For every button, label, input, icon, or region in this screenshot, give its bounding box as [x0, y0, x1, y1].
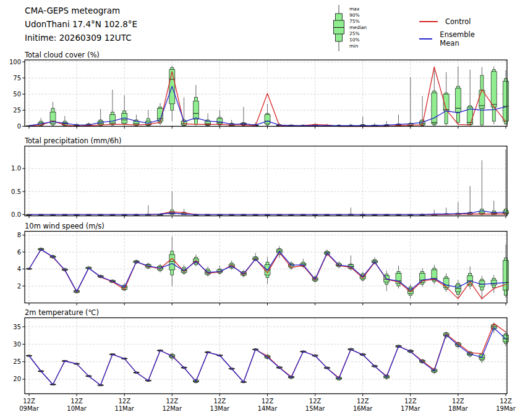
y-tick-label: 35	[13, 324, 21, 330]
y-tick-label: 100	[9, 59, 21, 65]
y-tick-label: 6	[17, 249, 21, 256]
box-25-75	[217, 119, 223, 124]
y-tick-label: 2	[17, 283, 21, 290]
x-tick-hour-label: 12Z	[118, 398, 130, 405]
panel-total-precipitation-mm-6h: 0.00.51.0Total precipitation (mm/6h)	[11, 136, 508, 218]
box-25-75	[193, 101, 198, 119]
box-25-75	[491, 280, 497, 285]
x-tick-day-label: 09Mar	[19, 405, 39, 412]
panel-title: Total precipitation (mm/6h)	[24, 136, 121, 145]
x-tick-hour-label: 12Z	[452, 398, 464, 405]
box-25-75	[265, 115, 270, 124]
y-tick-label: 25	[13, 358, 21, 365]
y-tick-label: 0.0	[11, 211, 21, 218]
y-tick-label: 20	[13, 376, 21, 382]
x-tick-hour-label: 12Z	[500, 398, 512, 405]
y-tick-label: 25	[13, 107, 21, 114]
box-25-75	[169, 254, 175, 270]
x-axis-labels: 12Z09Mar12Z10Mar12Z11Mar12Z12Mar12Z13Mar…	[19, 398, 516, 413]
panel-title: Total cloud cover (%)	[24, 51, 100, 59]
axis-ticks: 0.00.51.0	[11, 165, 506, 218]
x-tick-hour-label: 12Z	[357, 398, 369, 405]
box-25-75	[443, 279, 449, 288]
y-tick-label: 75	[13, 75, 21, 82]
panel-title: 10m wind speed (m/s)	[25, 222, 104, 230]
x-tick-day-label: 19Mar	[496, 405, 516, 412]
x-tick-hour-label: 12Z	[166, 398, 179, 405]
y-tick-label: 0.5	[11, 188, 21, 195]
panel-title: 2m temperature (℃)	[25, 308, 99, 317]
x-tick-day-label: 17Mar	[401, 405, 420, 412]
y-tick-label: 4	[17, 266, 21, 272]
box-25-75	[491, 72, 497, 107]
x-tick-day-label: 13Mar	[210, 405, 230, 412]
box-25-75	[503, 261, 509, 290]
x-tick-hour-label: 12Z	[70, 398, 83, 405]
gridlines	[25, 146, 507, 216]
x-tick-day-label: 10Mar	[67, 405, 87, 412]
meteogram-figure: CMA-GEPS meteogram UdonThani 17.4°N 102.…	[0, 0, 520, 420]
box-25-75	[467, 276, 473, 285]
x-tick-day-label: 11Mar	[114, 405, 134, 412]
x-tick-hour-label: 12Z	[262, 398, 274, 405]
panel-10m-wind-speed-m-s: 246810m wind speed (m/s)	[17, 222, 509, 305]
panel-total-cloud-cover: 0255075100Total cloud cover (%)	[9, 51, 509, 130]
x-tick-hour-label: 12Z	[404, 398, 417, 405]
x-tick-day-label: 12Mar	[163, 405, 182, 412]
x-tick-day-label: 14Mar	[258, 405, 278, 412]
y-tick-label: 0	[17, 123, 21, 130]
y-tick-label: 50	[13, 91, 21, 98]
meteogram-canvas: 0255075100Total cloud cover (%)0.00.51.0…	[0, 0, 520, 420]
y-tick-label: 30	[13, 341, 21, 348]
panel-2m-temperature: 202530352m temperature (℃)12Z09Mar12Z10M…	[13, 308, 516, 412]
panel-frame	[25, 146, 507, 216]
x-tick-day-label: 15Mar	[305, 405, 325, 412]
box-25-75	[503, 81, 509, 121]
x-tick-hour-label: 12Z	[23, 398, 35, 405]
y-tick-label: 1.0	[11, 165, 21, 172]
x-tick-hour-label: 12Z	[309, 398, 322, 405]
x-tick-day-label: 18Mar	[448, 405, 468, 412]
y-tick-label: 8	[17, 232, 21, 238]
x-tick-hour-label: 12Z	[214, 398, 226, 405]
box-25-75	[432, 93, 437, 124]
x-tick-day-label: 16Mar	[353, 405, 373, 412]
axis-ticks: 20253035	[13, 324, 506, 397]
